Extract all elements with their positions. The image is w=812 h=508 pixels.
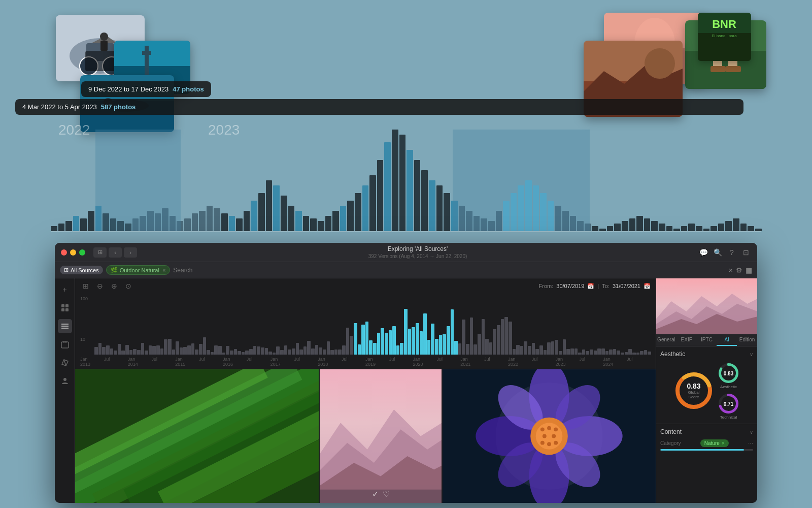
x-label-7: Jul (247, 357, 270, 367)
aesthetic-chevron[interactable]: ∨ (750, 352, 753, 357)
window-layout-btn[interactable]: ⊞ (93, 247, 107, 258)
maximize-button[interactable] (79, 249, 85, 256)
svg-point-6 (100, 33, 108, 41)
x-label-23: Jul (627, 357, 651, 367)
x-label-22: Jan2024 (603, 357, 627, 367)
svg-rect-34 (61, 304, 64, 307)
aesthetic-section-header: Aesthetic ∨ (660, 351, 753, 358)
window-subtitle-text: 392 Versions (Aug 4, 2014 → Jun 22, 2020… (368, 253, 467, 259)
selection-overlay-right[interactable] (453, 130, 590, 231)
aesthetic-mini-value: 0.83 (724, 370, 733, 376)
nature-badge-text: Nature (704, 440, 720, 446)
heart-icon[interactable]: ♡ (383, 489, 390, 499)
title-bar: ⊞ ‹ › Exploring 'All Sources' 392 Versio… (55, 243, 757, 262)
forward-button[interactable]: › (124, 247, 137, 258)
left-date-tooltip: 9 Dec 2022 to 17 Dec 2023 47 photos (81, 81, 211, 97)
category-row: Category Nature × ⋯ (660, 439, 753, 447)
all-sources-chip[interactable]: ⊞ All Sources (60, 266, 103, 274)
check-icon[interactable]: ✓ (372, 489, 379, 499)
calendar-to-icon[interactable]: 📅 (644, 283, 651, 290)
svg-rect-40 (61, 328, 69, 329)
close-button[interactable] (61, 249, 67, 256)
global-score-label: Global Score (684, 390, 704, 399)
tab-edition[interactable]: Edition (737, 334, 757, 346)
svg-point-72 (540, 427, 545, 431)
technical-mini-value: 0.71 (724, 401, 733, 406)
nature-badge-close[interactable]: × (722, 440, 725, 446)
x-axis: Jan2013JulJan2014JulJan2015JulJan2016Jul… (75, 355, 656, 369)
x-label-4: Jan2015 (175, 357, 199, 367)
x-label-13: Jul (389, 357, 413, 367)
photo-cell-mountains[interactable]: ✓ ♡ (320, 369, 442, 503)
right-date-tooltip: 4 Mar 2022 to 5 Apr 2023 587 photos (15, 99, 743, 115)
selection-overlay-left[interactable] (95, 130, 181, 231)
window-title-text: Exploring 'All Sources' (388, 245, 448, 252)
content-section: Content ∨ Category Nature × ⋯ (656, 424, 757, 455)
calendar-from-icon[interactable]: 📅 (587, 283, 594, 290)
tab-exif[interactable]: EXIF (676, 334, 697, 346)
chart-toolbar: ⊞ ⊖ ⊕ ⊙ From: 30/07/2019 📅 | To: 31/07/2… (75, 278, 656, 294)
traffic-lights (61, 249, 85, 256)
split-view-icon[interactable]: ⊡ (741, 247, 751, 258)
svg-rect-41 (61, 342, 69, 348)
inner-histogram: 100 10 (75, 294, 656, 355)
zoom-fit-btn[interactable]: ⊞ (80, 280, 91, 292)
x-label-5: Jul (199, 357, 223, 367)
sidebar-grid-btn[interactable] (58, 301, 72, 315)
sidebar-map-btn[interactable] (58, 356, 72, 370)
tab-iptc[interactable]: IPTC (697, 334, 717, 346)
chat-icon[interactable]: 💬 (698, 247, 708, 258)
app-window: ⊞ ‹ › Exploring 'All Sources' 392 Versio… (55, 243, 757, 503)
outdoor-chip-close[interactable]: × (162, 267, 165, 273)
preview-thumbnail (656, 278, 757, 334)
to-date: 31/07/2021 (613, 283, 640, 289)
svg-point-79 (554, 441, 558, 445)
filter-icon[interactable]: ⚙ (736, 266, 742, 274)
back-button[interactable]: ‹ (109, 247, 122, 258)
zoom-actual-btn[interactable]: ⊙ (123, 280, 134, 292)
aesthetic-mini-label: Aesthetic (720, 385, 737, 389)
global-score-value-display: 0.83 Global Score (684, 382, 704, 399)
y-label-100: 100 (80, 296, 88, 301)
technical-mini-label: Technical (720, 415, 737, 420)
zoom-out-btn[interactable]: ⊖ (94, 280, 106, 292)
svg-rect-24 (710, 66, 726, 72)
sidebar-timeline-btn[interactable] (58, 319, 72, 333)
x-label-2: Jan2014 (128, 357, 152, 367)
outdoor-chip[interactable]: 🌿 Outdoor Natural × (106, 265, 171, 275)
histogram-toggle-icon[interactable]: ▦ (746, 266, 752, 274)
svg-point-33 (645, 48, 675, 79)
global-score-gauge: 0.83 Global Score (673, 370, 714, 411)
x-label-0: Jan2013 (80, 357, 104, 367)
tab-ai[interactable]: AI (717, 334, 737, 346)
left-photo-count: 47 photos (173, 85, 204, 93)
sidebar-add-btn[interactable]: + (58, 282, 72, 297)
aesthetic-gauges: 0.83 Global Score (660, 362, 753, 420)
svg-point-76 (552, 434, 556, 438)
left-date-range: 9 Dec 2022 to 17 Dec 2023 (88, 85, 168, 93)
svg-rect-36 (61, 308, 64, 311)
tab-general[interactable]: General (656, 334, 676, 346)
x-label-11: Jul (342, 357, 365, 367)
sidebar-calendar-btn[interactable] (58, 337, 72, 352)
meta-tabs: GeneralEXIFIPTCAIEdition (656, 334, 757, 346)
minimize-button[interactable] (70, 249, 76, 256)
x-label-6: Jan2016 (223, 357, 247, 367)
photo-cell-leaves[interactable] (75, 369, 319, 503)
x-label-12: Jan2019 (365, 357, 389, 367)
question-icon[interactable]: ? (727, 247, 737, 258)
x-label-20: Jan2023 (556, 357, 580, 367)
svg-rect-12 (142, 51, 151, 55)
sidebar-person-btn[interactable] (58, 374, 72, 388)
main-content: + ⊞ ⊖ ⊕ ⊙ (55, 278, 757, 503)
svg-point-46 (63, 378, 66, 381)
zoom-in-btn[interactable]: ⊕ (109, 280, 120, 292)
content-chevron[interactable]: ∨ (750, 429, 753, 435)
technical-mini-gauge: 0.71 Technical (717, 392, 740, 420)
search-input[interactable] (173, 267, 725, 274)
close-filter-btn[interactable]: × (729, 266, 733, 274)
outdoor-icon: 🌿 (111, 267, 118, 273)
svg-text:El banc · para: El banc · para (712, 34, 737, 38)
search-icon[interactable]: 🔍 (713, 247, 723, 258)
photo-cell-flower[interactable] (443, 369, 656, 503)
